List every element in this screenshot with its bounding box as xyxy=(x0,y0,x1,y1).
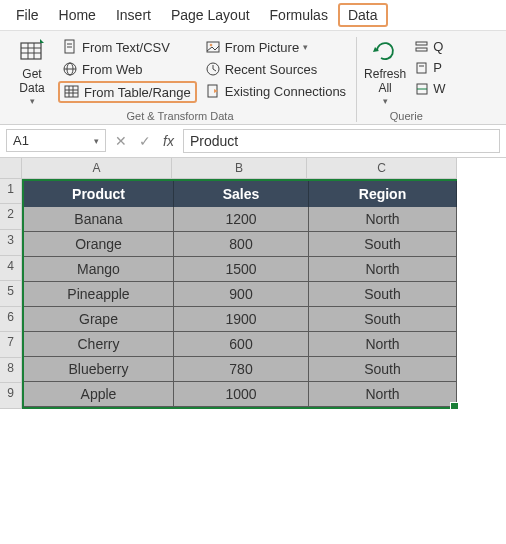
cell[interactable]: 780 xyxy=(174,357,309,382)
col-header-b[interactable]: B xyxy=(172,158,307,179)
cell[interactable]: Banana xyxy=(24,207,174,232)
selection-range: Product Sales Region Banana 1200 North O… xyxy=(22,179,457,409)
cell[interactable]: South xyxy=(309,282,457,307)
recent-sources-label: Recent Sources xyxy=(225,62,318,77)
connection-icon xyxy=(205,83,221,99)
queries-w-button[interactable]: W xyxy=(411,79,449,98)
cell[interactable]: 1900 xyxy=(174,307,309,332)
cell[interactable]: 600 xyxy=(174,332,309,357)
queries-w-label: W xyxy=(433,81,445,96)
svg-rect-0 xyxy=(21,43,41,59)
from-picture-label: From Picture xyxy=(225,40,299,55)
name-box-value: A1 xyxy=(13,133,29,148)
ribbon-group-get-transform: Get Data ▾ From Text/CSV From Web From T… xyxy=(4,37,357,122)
existing-connections-button[interactable]: Existing Connections xyxy=(201,81,350,101)
refresh-all-label: Refresh All xyxy=(363,68,407,96)
clock-icon xyxy=(205,61,221,77)
menu-data[interactable]: Data xyxy=(338,3,388,27)
row-header-7[interactable]: 7 xyxy=(0,332,22,358)
spreadsheet-grid: A B C 1 2 3 4 5 6 7 8 9 Product Sales Re… xyxy=(0,158,506,409)
cell[interactable]: Mango xyxy=(24,257,174,282)
svg-rect-17 xyxy=(207,42,219,52)
menu-home[interactable]: Home xyxy=(49,3,106,27)
table-icon xyxy=(64,84,80,100)
queries-p-button[interactable]: P xyxy=(411,58,449,77)
chevron-down-icon: ▾ xyxy=(94,136,99,146)
svg-rect-23 xyxy=(416,42,427,45)
fx-icon[interactable]: fx xyxy=(160,133,177,149)
chevron-down-icon: ▾ xyxy=(383,96,388,106)
svg-marker-5 xyxy=(40,39,44,43)
properties-icon xyxy=(415,61,429,75)
cell[interactable]: Apple xyxy=(24,382,174,407)
refresh-all-button[interactable]: Refresh All ▾ xyxy=(363,37,407,106)
cell[interactable]: 1500 xyxy=(174,257,309,282)
cell[interactable]: North xyxy=(309,332,457,357)
from-table-range-label: From Table/Range xyxy=(84,85,191,100)
data-table: Product Sales Region Banana 1200 North O… xyxy=(24,181,455,407)
cell[interactable]: 800 xyxy=(174,232,309,257)
table-header-region[interactable]: Region xyxy=(309,181,457,207)
existing-connections-label: Existing Connections xyxy=(225,84,346,99)
menu-page-layout[interactable]: Page Layout xyxy=(161,3,260,27)
get-data-button[interactable]: Get Data ▾ xyxy=(10,37,54,106)
cell[interactable]: Cherry xyxy=(24,332,174,357)
cell[interactable]: Blueberry xyxy=(24,357,174,382)
from-table-range-button[interactable]: From Table/Range xyxy=(58,81,197,103)
list-icon xyxy=(415,40,429,54)
ribbon-group-queries: Refresh All ▾ Q P W Querie xyxy=(357,37,455,122)
row-header-9[interactable]: 9 xyxy=(0,383,22,409)
document-icon xyxy=(62,39,78,55)
cell[interactable]: Grape xyxy=(24,307,174,332)
formula-input[interactable]: Product xyxy=(183,129,500,153)
cell[interactable]: 900 xyxy=(174,282,309,307)
cancel-icon[interactable]: ✕ xyxy=(112,133,130,149)
from-text-csv-button[interactable]: From Text/CSV xyxy=(58,37,197,57)
svg-rect-24 xyxy=(416,48,427,51)
table-header-product[interactable]: Product xyxy=(24,181,174,207)
cell[interactable]: 1000 xyxy=(174,382,309,407)
name-box[interactable]: A1 ▾ xyxy=(6,129,106,152)
queries-p-label: P xyxy=(433,60,442,75)
row-header-1[interactable]: 1 xyxy=(0,179,22,205)
get-data-label: Get Data xyxy=(10,68,54,96)
group-label-get-transform: Get & Transform Data xyxy=(127,110,234,122)
cell[interactable]: North xyxy=(309,207,457,232)
row-header-5[interactable]: 5 xyxy=(0,281,22,307)
select-all-corner[interactable] xyxy=(0,158,22,179)
cell[interactable]: 1200 xyxy=(174,207,309,232)
col-header-c[interactable]: C xyxy=(307,158,457,179)
workbook-icon xyxy=(415,82,429,96)
cell[interactable]: Pineapple xyxy=(24,282,174,307)
from-text-csv-label: From Text/CSV xyxy=(82,40,170,55)
row-header-2[interactable]: 2 xyxy=(0,204,22,230)
row-header-4[interactable]: 4 xyxy=(0,256,22,282)
menu-file[interactable]: File xyxy=(6,3,49,27)
refresh-icon xyxy=(371,37,399,65)
cell[interactable]: South xyxy=(309,357,457,382)
recent-sources-button[interactable]: Recent Sources xyxy=(201,59,350,79)
formula-bar: A1 ▾ ✕ ✓ fx Product xyxy=(0,125,506,158)
get-data-icon xyxy=(18,37,46,65)
cell[interactable]: South xyxy=(309,307,457,332)
cell[interactable]: Orange xyxy=(24,232,174,257)
queries-q-label: Q xyxy=(433,39,443,54)
menu-formulas[interactable]: Formulas xyxy=(260,3,338,27)
ribbon: Get Data ▾ From Text/CSV From Web From T… xyxy=(0,31,506,125)
row-header-6[interactable]: 6 xyxy=(0,307,22,333)
queries-q-button[interactable]: Q xyxy=(411,37,449,56)
cell[interactable]: North xyxy=(309,382,457,407)
from-web-button[interactable]: From Web xyxy=(58,59,197,79)
svg-rect-25 xyxy=(417,63,426,73)
table-header-sales[interactable]: Sales xyxy=(174,181,309,207)
from-picture-button[interactable]: From Picture ▾ xyxy=(201,37,350,57)
row-header-3[interactable]: 3 xyxy=(0,230,22,256)
confirm-icon[interactable]: ✓ xyxy=(136,133,154,149)
globe-icon xyxy=(62,61,78,77)
row-header-8[interactable]: 8 xyxy=(0,358,22,384)
col-header-a[interactable]: A xyxy=(22,158,172,179)
cell[interactable]: North xyxy=(309,257,457,282)
cell[interactable]: South xyxy=(309,232,457,257)
svg-rect-12 xyxy=(65,86,78,97)
menu-insert[interactable]: Insert xyxy=(106,3,161,27)
